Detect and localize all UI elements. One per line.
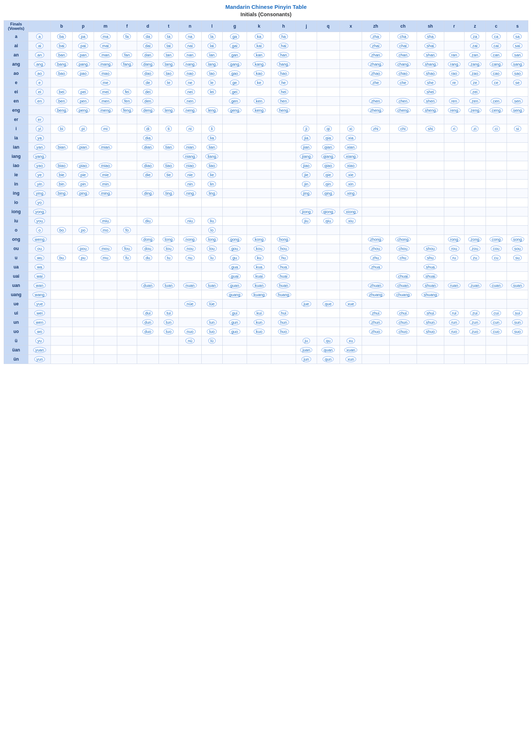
- cell-ou-t: tou: [159, 244, 178, 253]
- cell-en-l: [201, 97, 222, 106]
- cell-ui-b: [51, 309, 72, 318]
- cell-ou-z: zou: [464, 244, 486, 253]
- cell-ui-l: [201, 309, 222, 318]
- cell-ui-zh: zhui: [362, 309, 389, 318]
- cell-e-zh: zhe: [362, 78, 389, 87]
- cell-uo-j: [296, 327, 317, 336]
- cell-an-k: kan: [247, 51, 271, 60]
- cell-ou-x: [340, 244, 362, 253]
- cell-ai-c: cai: [486, 41, 507, 51]
- cell-iong-m: [94, 207, 117, 216]
- cell-en-z: zen: [464, 97, 486, 106]
- cell-ing-t: ting: [159, 189, 178, 198]
- header-h: h: [271, 21, 296, 32]
- cell-ou-k: kou: [247, 244, 271, 253]
- alone-cell-ie: ye: [28, 170, 51, 180]
- cell-üan-t: [159, 346, 178, 355]
- alone-cell-o: o: [28, 226, 51, 235]
- cell-io-j: [296, 198, 317, 207]
- cell-ua-f: [117, 263, 137, 272]
- cell-ün-f: [117, 355, 137, 364]
- cell-un-n: [179, 318, 202, 327]
- cell-ia-k: [247, 133, 271, 143]
- cell-an-b: ban: [51, 51, 72, 60]
- cell-uang-t: [159, 290, 178, 299]
- cell-iu-s: [507, 216, 528, 226]
- cell-ü-t: [159, 336, 178, 346]
- cell-ün-j: jun: [296, 355, 317, 364]
- cell-io-ch: [389, 198, 417, 207]
- cell-iong-x: xiong: [340, 207, 362, 216]
- cell-ei-r: [444, 87, 464, 97]
- cell-an-q: [317, 51, 340, 60]
- cell-ue-r: [444, 299, 464, 309]
- header-m: m: [94, 21, 117, 32]
- cell-ao-j: [296, 69, 317, 78]
- cell-üan-l: [201, 346, 222, 355]
- cell-er-k: [247, 115, 271, 124]
- cell-an-p: pan: [72, 51, 94, 60]
- cell-eng-g: geng: [222, 106, 247, 115]
- cell-eng-s: seng: [507, 106, 528, 115]
- cell-üan-g: [222, 346, 247, 355]
- cell-en-s: sen: [507, 97, 528, 106]
- cell-uo-t: tuo: [159, 327, 178, 336]
- cell-ing-k: [247, 189, 271, 198]
- cell-in-m: min: [94, 180, 117, 189]
- cell-ei-j: [296, 87, 317, 97]
- cell-i-z: zi: [464, 124, 486, 133]
- cell-ün-g: [222, 355, 247, 364]
- cell-o-h: [271, 226, 296, 235]
- cell-er-f: [117, 115, 137, 124]
- cell-ui-h: hui: [271, 309, 296, 318]
- header-k: k: [247, 21, 271, 32]
- cell-eng-t: teng: [159, 106, 178, 115]
- cell-en-p: pen: [72, 97, 94, 106]
- cell-ang-sh: shang: [417, 60, 444, 69]
- cell-ün-x: xun: [340, 355, 362, 364]
- cell-ie-n: nie: [179, 170, 202, 180]
- header-t: t: [159, 21, 178, 32]
- cell-un-t: tun: [159, 318, 178, 327]
- cell-ia-z: [464, 133, 486, 143]
- cell-iang-n: niang: [179, 152, 202, 161]
- cell-ue-j: jue: [296, 299, 317, 309]
- alone-cell-ou: ou: [28, 244, 51, 253]
- cell-iu-l: liu: [201, 216, 222, 226]
- cell-ü-zh: [362, 336, 389, 346]
- cell-iao-c: [486, 161, 507, 170]
- alone-cell-uang: wang: [28, 290, 51, 299]
- cell-u-p: pu: [72, 253, 94, 263]
- final-label-ai: ai: [4, 41, 28, 51]
- cell-iao-f: [117, 161, 137, 170]
- cell-er-n: [179, 115, 202, 124]
- cell-ing-p: ping: [72, 189, 94, 198]
- cell-uang-r: [444, 290, 464, 299]
- cell-üan-r: [444, 346, 464, 355]
- cell-un-d: dun: [137, 318, 159, 327]
- header-l: l: [201, 21, 222, 32]
- cell-an-n: nan: [179, 51, 202, 60]
- cell-uo-zh: zhuo: [362, 327, 389, 336]
- final-label-iu: iu: [4, 216, 28, 226]
- cell-en-j: [296, 97, 317, 106]
- cell-ing-h: [271, 189, 296, 198]
- cell-uo-d: duo: [137, 327, 159, 336]
- cell-ua-ch: [389, 263, 417, 272]
- cell-in-r: [444, 180, 464, 189]
- cell-iong-g: [222, 207, 247, 216]
- cell-ün-zh: [362, 355, 389, 364]
- cell-uo-p: [72, 327, 94, 336]
- cell-eng-k: keng: [247, 106, 271, 115]
- alone-cell-en: en: [28, 97, 51, 106]
- cell-ei-sh: shei: [417, 87, 444, 97]
- cell-e-z: ze: [464, 78, 486, 87]
- cell-ong-m: [94, 235, 117, 244]
- cell-ou-p: pou: [72, 244, 94, 253]
- cell-er-d: [137, 115, 159, 124]
- cell-eng-l: leng: [201, 106, 222, 115]
- cell-iu-c: [486, 216, 507, 226]
- cell-üan-sh: [417, 346, 444, 355]
- cell-un-k: kun: [247, 318, 271, 327]
- cell-eng-f: feng: [117, 106, 137, 115]
